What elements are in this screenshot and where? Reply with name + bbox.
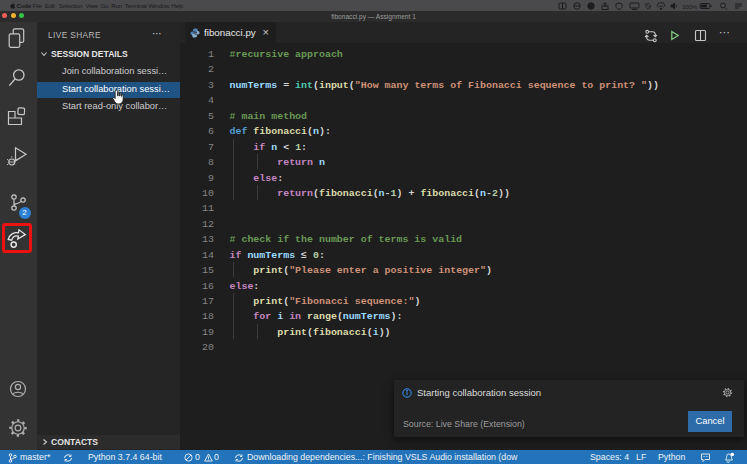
svg-text:100%: 100% <box>682 3 698 10</box>
